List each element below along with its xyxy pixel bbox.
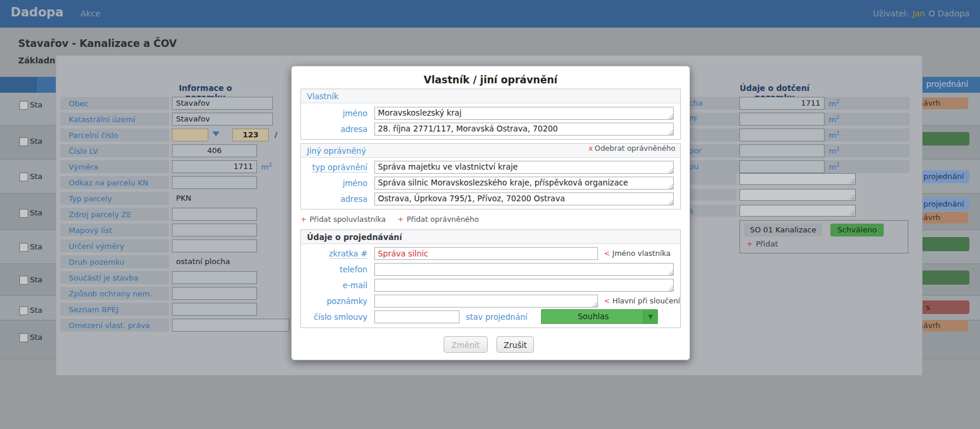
telefon-input[interactable] [374,263,674,276]
lt-icon: < [604,249,610,258]
other-type-label: typ oprávnění [298,161,367,174]
owner-address-input[interactable]: 28. října 2771/117, Moravská Ostrava, 70… [374,123,674,136]
other-name-input[interactable]: Správa silnic Moravskoslezského kraje, p… [374,177,674,190]
other-address-label: adresa [298,192,367,205]
stav-projednani-value: Souhlas [542,310,645,323]
plus-icon: + [397,215,403,224]
remove-other-link[interactable]: xOdebrat oprávněného [589,144,675,153]
zkratka-input[interactable] [374,247,598,260]
email-input[interactable] [374,279,674,292]
select-arrow-icon: ▼ [643,310,657,323]
cislo-smlouvy-input[interactable] [374,310,459,323]
telefon-label: telefon [298,263,367,276]
stav-projednani-label: stav projednání [466,310,536,323]
cislo-smlouvy-label: číslo smlouvy [298,310,367,323]
owner-name-wrap: Moravskoslezský kraj [374,107,674,120]
change-button[interactable]: Změnit [444,336,488,353]
x-icon: x [589,144,593,153]
poznamky-hint: <Hlavní při sloučení [604,295,680,308]
lt-icon: < [604,296,610,305]
owner-dialog: Vlastník / jiní oprávnění Vlastník jméno… [291,66,690,360]
add-other-link[interactable]: +Přidat oprávněného [397,215,478,224]
owner-fieldset-header: Vlastník [301,89,680,103]
poznamky-label: poznámky [298,295,367,308]
zkratka-label: zkratka # [298,247,367,260]
poznamky-input[interactable] [374,295,598,308]
screen: Dadopa Akce Uživatel:JanO Dadopa Stavařo… [0,0,980,429]
stav-projednani-select[interactable]: Souhlas ▼ [541,309,658,324]
other-type-wrap: Správa majetku ve vlastnictví kraje [374,161,674,174]
add-links-row: +Přidat spoluvlastníka +Přidat oprávněné… [300,215,488,224]
other-address-input[interactable]: Ostrava, Úprkova 795/1, Přívoz, 70200 Os… [374,192,674,205]
owner-address-wrap: 28. října 2771/117, Moravská Ostrava, 70… [374,123,674,136]
other-name-label: jméno [298,177,367,190]
zkratka-hint: <Jméno vlastníka [604,247,671,260]
add-coowner-link[interactable]: +Přidat spoluvlastníka [300,215,386,224]
owner-name-label: jméno [298,107,367,120]
owner-name-input[interactable]: Moravskoslezský kraj [374,107,674,120]
email-wrap [374,279,674,292]
dialog-title: Vlastník / jiní oprávnění [292,74,690,86]
cancel-button[interactable]: Zrušit [496,336,534,353]
email-label: e-mail [298,279,367,292]
other-name-wrap: Správa silnic Moravskoslezského kraje, p… [374,177,674,190]
other-address-wrap: Ostrava, Úprkova 795/1, Přívoz, 70200 Os… [374,192,674,205]
meeting-fieldset-header: Údaje o projednávání [301,230,680,244]
telefon-wrap [374,263,674,276]
plus-icon: + [300,215,306,224]
owner-address-label: adresa [298,123,367,136]
poznamky-wrap [374,295,598,308]
other-type-input[interactable]: Správa majetku ve vlastnictví kraje [374,161,674,174]
